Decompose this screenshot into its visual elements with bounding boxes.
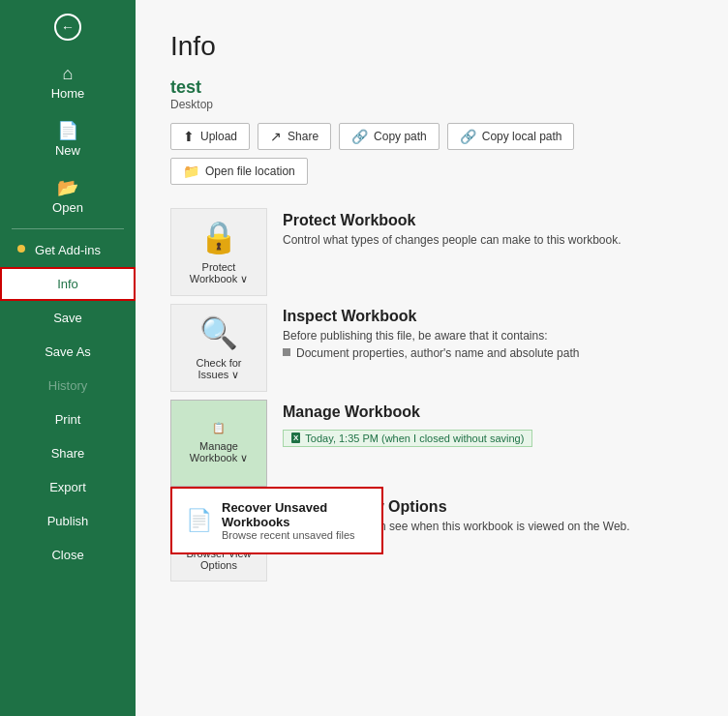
excel-small-icon: X: [291, 433, 300, 443]
protect-workbook-desc: Control what types of changes people can…: [283, 233, 693, 247]
back-button[interactable]: ←: [0, 0, 136, 54]
inspect-workbook-title: Inspect Workbook: [283, 308, 693, 325]
today-badge-wrapper: X Today, 1:35 PM (when I closed without …: [283, 427, 693, 447]
sidebar-item-export-label: Export: [49, 480, 86, 494]
recover-unsaved-icon: 📄: [186, 508, 212, 533]
sidebar-item-print[interactable]: Print: [0, 403, 136, 436]
sidebar-item-new-label: New: [55, 143, 80, 158]
back-circle-icon: ←: [54, 14, 81, 41]
sidebar-item-home[interactable]: ⌂ Home: [0, 54, 136, 110]
inspect-workbook-text: Inspect Workbook Before publishing this …: [283, 304, 693, 392]
sidebar-item-share[interactable]: Share: [0, 436, 136, 470]
check-issues-icon: 🔍: [199, 314, 238, 351]
check-issues-icon-label: Check forIssues ∨: [196, 357, 241, 381]
open-file-location-button[interactable]: 📁 Open file location: [170, 158, 308, 185]
manage-workbook-dropdown[interactable]: 📄 Recover Unsaved Workbooks Browse recen…: [170, 487, 383, 554]
home-icon: ⌂: [63, 64, 74, 84]
copy-local-path-button[interactable]: 🔗 Copy local path: [447, 123, 575, 150]
sidebar-item-get-addins[interactable]: Get Add-ins: [0, 233, 136, 267]
sidebar-divider: [12, 228, 124, 229]
sidebar-item-save-label: Save: [53, 311, 82, 325]
file-location: Desktop: [170, 98, 693, 111]
recover-unsaved-desc: Browse recent unsaved files: [222, 529, 368, 541]
bullet-icon: [283, 348, 290, 356]
today-badge-text: Today, 1:35 PM (when I closed without sa…: [305, 433, 524, 444]
upload-icon: ⬆: [183, 129, 195, 144]
protect-workbook-title: Protect Workbook: [283, 212, 693, 229]
sidebar-item-export[interactable]: Export: [0, 470, 136, 504]
recover-unsaved-item[interactable]: 📄 Recover Unsaved Workbooks Browse recen…: [186, 500, 368, 541]
page-title: Info: [170, 31, 693, 62]
sidebar-item-home-label: Home: [51, 86, 85, 101]
sidebar-item-save[interactable]: Save: [0, 301, 136, 335]
manage-workbook-button[interactable]: 📋 ManageWorkbook ∨: [170, 400, 267, 487]
protect-workbook-icon: 🔒: [199, 219, 238, 255]
sidebar-item-save-as-label: Save As: [45, 344, 91, 359]
check-issues-button[interactable]: 🔍 Check forIssues ∨: [170, 304, 267, 392]
protect-workbook-section: 🔒 ProtectWorkbook ∨ Protect Workbook Con…: [170, 208, 693, 296]
new-icon: 📄: [57, 120, 78, 141]
action-buttons: ⬆ Upload ↗ Share 🔗 Copy path 🔗 Copy loca…: [170, 123, 693, 185]
sidebar-item-publish-label: Publish: [47, 514, 89, 528]
protect-workbook-icon-label: ProtectWorkbook ∨: [190, 261, 248, 285]
upload-button[interactable]: ⬆ Upload: [170, 123, 250, 150]
today-badge[interactable]: X Today, 1:35 PM (when I closed without …: [283, 430, 532, 447]
recover-unsaved-title: Recover Unsaved Workbooks: [222, 500, 368, 529]
manage-workbook-icon-label: ManageWorkbook ∨: [190, 440, 248, 464]
manage-workbook-icon: 📋: [212, 422, 226, 434]
sidebar-item-save-as[interactable]: Save As: [0, 335, 136, 369]
sidebar-item-print-label: Print: [55, 412, 81, 427]
sidebar-item-new[interactable]: 📄 New: [0, 110, 136, 167]
manage-workbook-title: Manage Workbook: [283, 403, 693, 421]
main-content: Info test Desktop ⬆ Upload ↗ Share 🔗 Cop…: [136, 0, 728, 716]
manage-workbook-section: 📋 ManageWorkbook ∨ 📄 Recover Unsaved Wor…: [170, 400, 693, 487]
copy-local-path-icon: 🔗: [460, 129, 476, 144]
file-name: test: [170, 77, 693, 98]
sidebar-item-history-label: History: [48, 378, 87, 393]
sidebar-item-close[interactable]: Close: [0, 538, 136, 572]
share-icon: ↗: [270, 129, 282, 144]
protect-workbook-text: Protect Workbook Control what types of c…: [283, 208, 693, 296]
sidebar-item-publish[interactable]: Publish: [0, 504, 136, 538]
inspect-workbook-desc: Before publishing this file, be aware th…: [283, 329, 693, 343]
sidebar-item-share-label: Share: [51, 446, 85, 461]
sidebar-item-open[interactable]: 📂 Open: [0, 167, 136, 224]
sidebar-item-close-label: Close: [51, 548, 83, 562]
share-button[interactable]: ↗ Share: [258, 123, 331, 150]
recover-unsaved-text: Recover Unsaved Workbooks Browse recent …: [222, 500, 368, 541]
open-icon: 📂: [57, 177, 78, 198]
open-file-location-icon: 📁: [183, 164, 199, 179]
manage-workbook-text: Manage Workbook X Today, 1:35 PM (when I…: [283, 400, 693, 487]
sidebar-item-info[interactable]: Info: [0, 267, 136, 301]
inspect-workbook-section: 🔍 Check forIssues ∨ Inspect Workbook Bef…: [170, 304, 693, 392]
copy-path-icon: 🔗: [351, 129, 368, 144]
sidebar-item-history: History: [0, 369, 136, 403]
sidebar: ← ⌂ Home 📄 New 📂 Open Get Add-ins Info S…: [0, 0, 136, 716]
sidebar-item-open-label: Open: [52, 200, 83, 215]
sidebar-item-info-label: Info: [57, 277, 78, 291]
protect-workbook-button[interactable]: 🔒 ProtectWorkbook ∨: [170, 208, 267, 296]
sidebar-item-get-addins-label: Get Add-ins: [35, 243, 101, 257]
inspect-workbook-bullet: Document properties, author's name and a…: [283, 346, 693, 360]
copy-path-button[interactable]: 🔗 Copy path: [339, 123, 440, 150]
